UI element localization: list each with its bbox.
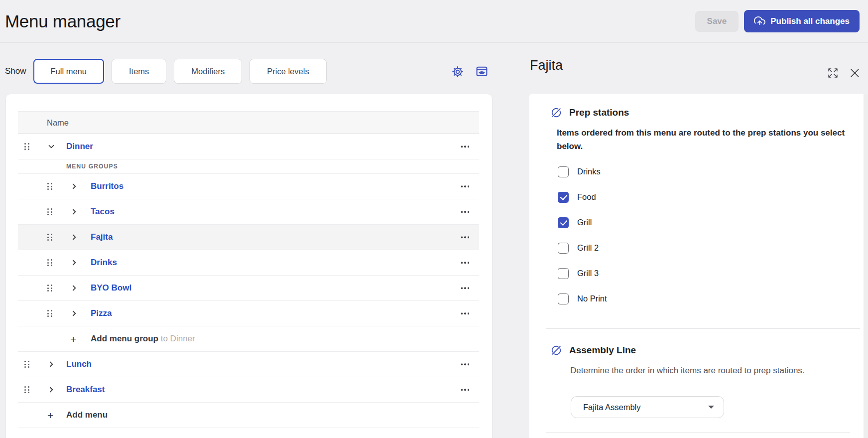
settings-icon[interactable] [451,65,464,80]
checkbox-label: Grill 3 [577,269,599,278]
chevron-down-icon[interactable] [46,142,56,151]
menu-item-name[interactable]: Breakfast [66,385,105,395]
assembly-line-heading: Assembly Line [569,345,636,356]
table-row: MENU GROUPS [18,159,479,174]
table-row: Fajita [18,225,479,250]
filter-price-levels[interactable]: Price levels [249,59,326,84]
prep-station-option[interactable]: Drinks [558,159,868,184]
menu-preview-icon[interactable] [475,65,489,80]
close-icon[interactable] [849,67,861,81]
table-row: Drinks [18,250,479,276]
row-actions-icon[interactable] [460,234,471,240]
checkbox-label: Drinks [577,167,601,176]
drag-handle-icon[interactable] [24,143,29,150]
plus-icon: + [47,410,53,421]
table-row: Breakfast [18,377,479,403]
prep-stations-description: Items ordered from this menu are routed … [557,126,848,153]
assembly-line-description: Determine the order in which items are r… [570,364,868,377]
plus-icon: + [70,334,76,344]
assembly-line-section-head: Assembly Line [550,344,868,357]
toolbar-icons [451,65,489,80]
menu-item-name[interactable]: Drinks [91,258,117,268]
drag-handle-icon[interactable] [24,361,29,368]
checkbox[interactable] [558,217,569,228]
detail-panel-title: Fajita [530,58,563,73]
filter-items[interactable]: Items [112,59,166,84]
add-button[interactable]: Add menu group to Dinner [91,334,195,344]
save-button[interactable]: Save [695,11,739,32]
assembly-line-dropdown[interactable]: Fajita Assembly [571,396,724,418]
menu-item-name[interactable]: Dinner [66,142,93,151]
publish-button[interactable]: Publish all changes [744,10,860,32]
app-header: Menu manager Save Publish all changes [0,0,868,43]
prep-stations-options: DrinksFoodGrillGrill 2Grill 3No Print [529,159,868,311]
menu-item-name[interactable]: BYO Bowl [91,283,131,293]
prep-station-option[interactable]: Food [558,184,868,210]
chevron-right-icon[interactable] [69,181,79,191]
drag-handle-icon[interactable] [47,285,52,292]
checkbox[interactable] [558,192,569,203]
checkbox-label: Food [577,192,596,202]
menu-tree-rows: DinnerMENU GROUPSBurritosTacosFajitaDrin… [18,134,479,428]
menu-item-name[interactable]: Pizza [91,308,112,318]
checkbox-label: Grill [577,218,592,227]
chevron-right-icon[interactable] [46,359,56,369]
prep-stations-heading: Prep stations [569,107,629,118]
caret-down-icon [708,406,714,409]
menu-item-name[interactable]: Fajita [91,232,113,242]
filter-full-menu[interactable]: Full menu [33,59,104,84]
menu-item-name[interactable]: Tacos [91,207,115,217]
drag-handle-icon[interactable] [24,386,29,393]
filter-modifiers[interactable]: Modifiers [174,59,242,84]
table-row: Lunch [18,352,479,377]
checkbox[interactable] [558,166,569,177]
chevron-right-icon[interactable] [69,207,79,217]
checkbox[interactable] [558,293,569,304]
row-actions-icon[interactable] [460,144,471,149]
row-actions-icon[interactable] [460,361,471,367]
chevron-right-icon[interactable] [46,385,56,395]
chevron-right-icon[interactable] [69,232,79,242]
show-label: Show [5,66,26,76]
row-actions-icon[interactable] [460,285,471,291]
prep-station-option[interactable]: No Print [558,286,868,311]
detail-panel: Prep stations Items ordered from this me… [529,94,868,438]
add-button[interactable]: Add menu [66,410,108,420]
row-actions-icon[interactable] [460,387,471,393]
checkbox[interactable] [558,268,569,279]
table-row: Dinner [18,134,479,159]
broken-inheritance-icon [550,344,563,357]
broken-inheritance-icon [550,106,563,119]
chevron-right-icon[interactable] [69,258,79,268]
table-header: Name [18,111,479,134]
drag-handle-icon[interactable] [47,208,52,215]
expand-icon[interactable] [827,67,839,81]
table-row: Tacos [18,199,479,225]
panel-scrollbar[interactable] [864,94,868,438]
drag-handle-icon[interactable] [47,259,52,266]
chevron-right-icon[interactable] [69,283,79,293]
show-filter-toolbar: Show Full menuItemsModifiersPrice levels [5,59,327,84]
checkbox-label: No Print [577,294,607,303]
table-row: +Add menu [18,403,479,428]
row-actions-icon[interactable] [460,209,471,215]
section-divider [546,328,860,329]
prep-station-option[interactable]: Grill 3 [558,261,868,286]
assembly-line-dropdown-value: Fajita Assembly [583,403,641,412]
drag-handle-icon[interactable] [47,183,52,190]
menu-item-name[interactable]: Lunch [66,359,92,369]
menu-tree-card: Name DinnerMENU GROUPSBurritosTacosFajit… [5,94,493,438]
menu-item-name[interactable]: Burritos [91,181,124,191]
row-actions-icon[interactable] [460,260,471,266]
checkbox-label: Grill 2 [577,243,599,253]
chevron-right-icon[interactable] [69,308,79,318]
prep-station-option[interactable]: Grill [558,210,868,235]
row-actions-icon[interactable] [460,183,471,189]
cloud-upload-icon [754,15,765,27]
row-actions-icon[interactable] [460,310,471,316]
drag-handle-icon[interactable] [47,310,52,317]
drag-handle-icon[interactable] [47,234,52,241]
checkbox[interactable] [558,243,569,254]
prep-station-option[interactable]: Grill 2 [558,235,868,261]
section-divider [546,432,850,433]
